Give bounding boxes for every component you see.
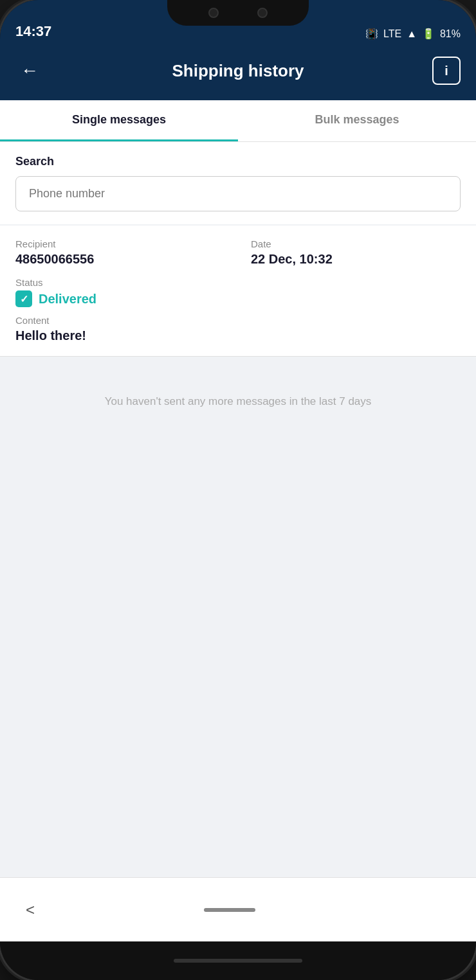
app-header: ← Shipping history i	[0, 46, 476, 100]
recipient-field: Recipient 48650066556	[15, 238, 225, 267]
search-section: Search	[0, 142, 476, 224]
status-bar: 14:37 📳 LTE ▲ 🔋 81%	[0, 0, 476, 46]
status-icons: 📳 LTE ▲ 🔋 81%	[365, 28, 461, 40]
camera-right	[208, 8, 219, 18]
status-value: Delivered	[39, 292, 96, 307]
vibrate-icon: 📳	[365, 28, 378, 40]
tabs-container: Single messages Bulk messages	[0, 100, 476, 142]
phone-bottom	[0, 941, 476, 980]
content-value: Hello there!	[15, 328, 461, 343]
date-field: Date 22 Dec, 10:32	[251, 238, 461, 267]
tab-bulk-messages[interactable]: Bulk messages	[238, 100, 476, 141]
status-row: Status ✓ Delivered	[15, 277, 461, 307]
camera-left	[257, 8, 268, 18]
status-time: 14:37	[15, 23, 51, 40]
recipient-date-row: Recipient 48650066556 Date 22 Dec, 10:32	[15, 238, 461, 267]
notch	[167, 0, 309, 26]
nav-back-button[interactable]: <	[26, 901, 35, 919]
search-input[interactable]	[15, 176, 461, 211]
tab-single-messages[interactable]: Single messages	[0, 100, 238, 141]
status-label: Status	[15, 277, 461, 288]
bottom-nav: <	[0, 877, 476, 941]
message-card: Recipient 48650066556 Date 22 Dec, 10:32…	[0, 226, 476, 356]
content-label: Content	[15, 315, 461, 326]
info-button[interactable]: i	[432, 57, 461, 85]
date-value: 22 Dec, 10:32	[251, 252, 461, 267]
page-title: Shipping history	[172, 61, 304, 81]
content-row: Content Hello there!	[15, 315, 461, 343]
status-check-icon: ✓	[15, 290, 32, 307]
empty-message: You haven't sent any more messages in th…	[105, 395, 372, 408]
recipient-value: 48650066556	[15, 252, 225, 267]
status-badge: ✓ Delivered	[15, 290, 461, 307]
date-label: Date	[251, 238, 461, 249]
home-indicator[interactable]	[204, 908, 255, 912]
battery-icon: 🔋	[422, 28, 435, 40]
main-content: Single messages Bulk messages Search Rec…	[0, 100, 476, 877]
phone-frame: 14:37 📳 LTE ▲ 🔋 81% ← Shipping history i…	[0, 0, 476, 980]
battery-percent: 81%	[440, 28, 461, 40]
bottom-bar	[174, 959, 302, 963]
signal-icon: ▲	[407, 28, 417, 40]
search-label: Search	[15, 155, 461, 168]
network-label: LTE	[383, 28, 401, 40]
empty-area: You haven't sent any more messages in th…	[0, 356, 476, 877]
recipient-label: Recipient	[15, 238, 225, 249]
back-button[interactable]: ←	[15, 57, 44, 85]
